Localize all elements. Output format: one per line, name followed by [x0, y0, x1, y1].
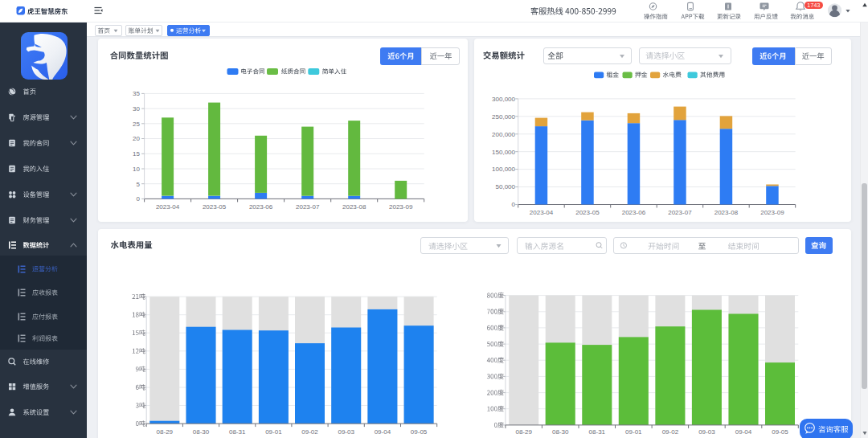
svg-text:2023-05: 2023-05	[203, 203, 227, 211]
svg-text:20: 20	[133, 135, 140, 142]
svg-text:2023-08: 2023-08	[714, 209, 739, 216]
svg-text:09-05: 09-05	[411, 428, 428, 436]
svg-text:15: 15	[133, 150, 140, 158]
svg-text:2023-06: 2023-06	[622, 209, 646, 216]
svg-text:2023-04: 2023-04	[156, 203, 180, 211]
svg-text:0: 0	[137, 195, 141, 203]
svg-text:0: 0	[512, 201, 516, 208]
svg-text:200,000: 200,000	[492, 131, 515, 138]
svg-text:2023-06: 2023-06	[249, 203, 273, 211]
svg-text:08-31: 08-31	[589, 428, 606, 436]
svg-text:10: 10	[133, 166, 140, 173]
svg-text:100,000: 100,000	[492, 166, 515, 173]
svg-text:09-03: 09-03	[698, 428, 715, 436]
svg-text:2023-04: 2023-04	[530, 209, 554, 216]
svg-text:09-04: 09-04	[375, 428, 391, 436]
svg-text:09-02: 09-02	[662, 428, 679, 436]
svg-text:08-29: 08-29	[157, 428, 174, 436]
svg-text:09-02: 09-02	[301, 428, 318, 436]
svg-text:09-05: 09-05	[772, 428, 788, 436]
svg-text:08-30: 08-30	[193, 428, 210, 436]
svg-text:09-03: 09-03	[338, 428, 354, 436]
svg-text:2023-07: 2023-07	[296, 203, 320, 211]
svg-text:08-31: 08-31	[229, 428, 246, 436]
svg-text:2023-09: 2023-09	[389, 203, 413, 211]
svg-text:08-29: 08-29	[515, 428, 532, 436]
svg-text:300,000: 300,000	[492, 96, 515, 103]
svg-text:250,000: 250,000	[492, 113, 515, 121]
svg-text:35: 35	[133, 90, 140, 97]
svg-text:2023-08: 2023-08	[342, 203, 366, 211]
svg-text:08-30: 08-30	[552, 428, 569, 436]
svg-text:2023-09: 2023-09	[760, 209, 784, 216]
svg-text:09-01: 09-01	[625, 428, 642, 436]
svg-text:25: 25	[133, 121, 140, 128]
svg-text:5: 5	[137, 181, 141, 188]
svg-text:150,000: 150,000	[492, 149, 515, 156]
svg-text:09-01: 09-01	[265, 428, 282, 436]
svg-text:50,000: 50,000	[496, 183, 516, 190]
svg-text:2023-07: 2023-07	[668, 209, 692, 216]
svg-text:2023-05: 2023-05	[575, 209, 600, 216]
svg-text:30: 30	[133, 105, 140, 113]
svg-text:09-04: 09-04	[735, 428, 752, 436]
